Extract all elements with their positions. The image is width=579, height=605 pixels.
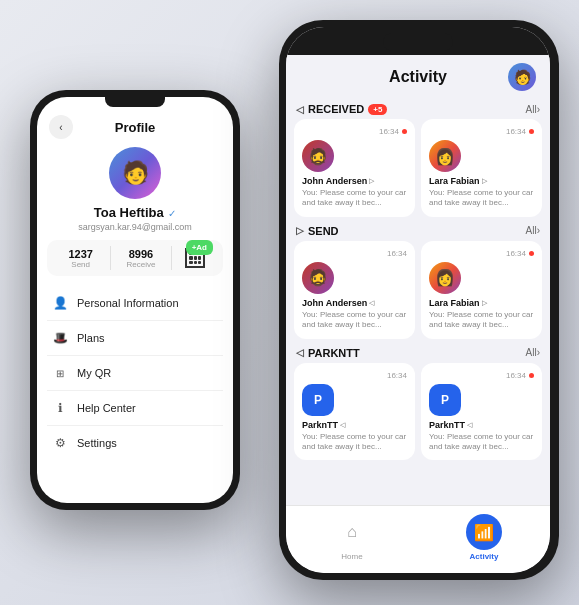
phone-left: ‹ Profile 🧑 Toa Heftiba ✓ sargsyan.kar.9… — [30, 90, 240, 510]
received-badge: +5 — [368, 104, 387, 115]
menu-item-plans[interactable]: 🎩 Plans — [47, 321, 223, 356]
unread-dot — [529, 373, 534, 378]
back-button[interactable]: ‹ — [49, 115, 73, 139]
user-email: sargsyan.kar.94@gmail.com — [37, 222, 233, 232]
card-name: ParknTT — [302, 420, 338, 430]
settings-label: Settings — [77, 437, 117, 449]
plans-icon: 🎩 — [51, 329, 69, 347]
received-all[interactable]: All› — [526, 104, 540, 115]
card-time: 16:34 — [387, 249, 407, 258]
parkntt-cards: 16:34 P ParknTT ◁ You: Please come to yo… — [294, 363, 542, 461]
section-send-header: ▷ SEND All› — [296, 225, 540, 237]
card-time: 16:34 — [379, 127, 399, 136]
lara-avatar: 👩 — [429, 140, 461, 172]
send-card-0[interactable]: 16:34 🧔 John Andersen ◁ You: Please come… — [294, 241, 415, 339]
profile-title: Profile — [73, 120, 197, 135]
parkntt-section-icon: ◁ — [296, 347, 304, 358]
unread-dot — [529, 251, 534, 256]
avatar: 🧑 — [109, 147, 161, 199]
activity-title: Activity — [328, 68, 508, 86]
card-msg: You: Please come to your car and take aw… — [302, 432, 407, 453]
parkntt-card-0[interactable]: 16:34 P ParknTT ◁ You: Please come to yo… — [294, 363, 415, 461]
profile-stats: 1237 Send 8996 Receive +Ad — [47, 240, 223, 276]
parkntt-label: PARKNTT — [308, 347, 360, 359]
menu-item-help-center[interactable]: ℹ Help Center — [47, 391, 223, 426]
unread-dot — [529, 129, 534, 134]
phone-right: Activity 🧑 ◁ RECEIVED +5 All› 16:34 — [279, 20, 559, 580]
profile-header: ‹ Profile — [37, 107, 233, 143]
received-card-1[interactable]: 16:34 👩 Lara Fabian ▷ You: Please come t… — [421, 119, 542, 217]
dynamic-island — [383, 33, 453, 51]
personal-info-icon: 👤 — [51, 294, 69, 312]
received-label: RECEIVED — [308, 103, 364, 115]
receive-value: 8996 — [111, 248, 170, 260]
unread-dot — [402, 129, 407, 134]
send-icon: ▷ — [296, 225, 304, 236]
stat-receive: 8996 Receive — [111, 248, 170, 269]
parkntt-all[interactable]: All› — [526, 347, 540, 358]
parkntt-card-1[interactable]: 16:34 P ParknTT ◁ You: Please come to yo… — [421, 363, 542, 461]
home-icon: ⌂ — [347, 523, 357, 541]
header-avatar[interactable]: 🧑 — [508, 63, 536, 91]
nav-home-icon-wrap: ⌂ — [334, 514, 370, 550]
card-name: John Andersen — [302, 176, 367, 186]
my-qr-label: My QR — [77, 367, 111, 379]
parkntt-avatar-1: P — [429, 384, 461, 416]
stat-send: 1237 Send — [51, 248, 110, 269]
activity-header: Activity 🧑 — [286, 55, 550, 95]
activity-scroll[interactable]: ◁ RECEIVED +5 All› 16:34 🧔 John Andersen — [286, 95, 550, 505]
bottom-nav: ⌂ Home 📶 Activity — [286, 505, 550, 573]
send-label: SEND — [308, 225, 339, 237]
activity-screen: Activity 🧑 ◁ RECEIVED +5 All› 16:34 — [286, 27, 550, 573]
send-all[interactable]: All› — [526, 225, 540, 236]
card-time: 16:34 — [506, 249, 526, 258]
verified-icon: ✓ — [168, 208, 176, 219]
help-center-label: Help Center — [77, 402, 136, 414]
nav-activity[interactable]: 📶 Activity — [418, 514, 550, 561]
parkntt-avatar-0: P — [302, 384, 334, 416]
help-center-icon: ℹ — [51, 399, 69, 417]
notch-right — [286, 27, 550, 55]
card-time: 16:34 — [506, 371, 526, 380]
john-avatar: 🧔 — [302, 140, 334, 172]
received-icon: ◁ — [296, 104, 304, 115]
nav-home-label: Home — [341, 552, 362, 561]
card-time: 16:34 — [506, 127, 526, 136]
send-label: Send — [51, 260, 110, 269]
card-msg: You: Please come to your car and take aw… — [429, 310, 534, 331]
card-name: Lara Fabian — [429, 298, 480, 308]
send-card-1[interactable]: 16:34 👩 Lara Fabian ▷ You: Please come t… — [421, 241, 542, 339]
received-card-0[interactable]: 16:34 🧔 John Andersen ▷ You: Please come… — [294, 119, 415, 217]
card-name: John Andersen — [302, 298, 367, 308]
menu-item-my-qr[interactable]: ⊞ My QR — [47, 356, 223, 391]
plans-label: Plans — [77, 332, 105, 344]
card-msg: You: Please come to your car and take aw… — [302, 188, 407, 209]
profile-menu: 👤 Personal Information 🎩 Plans ⊞ My QR ℹ… — [37, 284, 233, 462]
add-button[interactable]: +Ad — [186, 240, 213, 255]
received-cards: 16:34 🧔 John Andersen ▷ You: Please come… — [294, 119, 542, 217]
personal-info-label: Personal Information — [77, 297, 179, 309]
card-msg: You: Please come to your car and take aw… — [429, 188, 534, 209]
nav-home[interactable]: ⌂ Home — [286, 514, 418, 561]
menu-item-settings[interactable]: ⚙ Settings — [47, 426, 223, 460]
my-qr-icon: ⊞ — [51, 364, 69, 382]
section-parkntt-header: ◁ PARKNTT All› — [296, 347, 540, 359]
activity-nav-icon: 📶 — [474, 523, 494, 542]
notch-left — [105, 97, 165, 107]
john-avatar-2: 🧔 — [302, 262, 334, 294]
receive-label: Receive — [111, 260, 170, 269]
send-cards: 16:34 🧔 John Andersen ◁ You: Please come… — [294, 241, 542, 339]
card-name: Lara Fabian — [429, 176, 480, 186]
card-time: 16:34 — [387, 371, 407, 380]
profile-screen: ‹ Profile 🧑 Toa Heftiba ✓ sargsyan.kar.9… — [37, 97, 233, 503]
lara-avatar-2: 👩 — [429, 262, 461, 294]
card-msg: You: Please come to your car and take aw… — [429, 432, 534, 453]
card-name: ParknTT — [429, 420, 465, 430]
profile-avatar-section: 🧑 Toa Heftiba ✓ sargsyan.kar.94@gmail.co… — [37, 147, 233, 232]
send-value: 1237 — [51, 248, 110, 260]
settings-icon: ⚙ — [51, 434, 69, 452]
menu-item-personal-info[interactable]: 👤 Personal Information — [47, 286, 223, 321]
nav-activity-label: Activity — [470, 552, 499, 561]
section-received-header: ◁ RECEIVED +5 All› — [296, 103, 540, 115]
nav-activity-icon-wrap: 📶 — [466, 514, 502, 550]
